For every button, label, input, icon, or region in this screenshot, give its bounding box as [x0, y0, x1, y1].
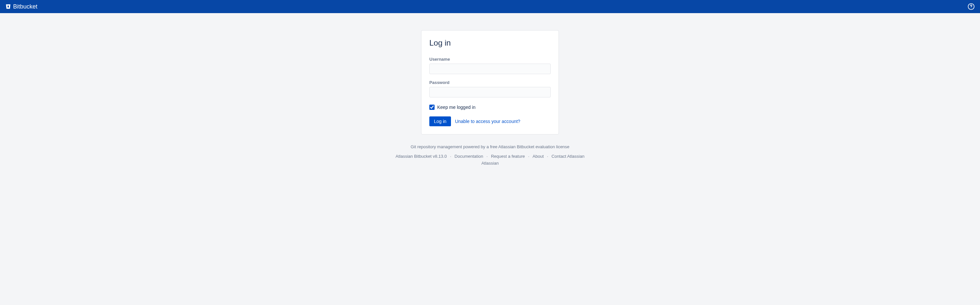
- bitbucket-icon: [5, 3, 11, 10]
- product-name: Bitbucket: [13, 3, 37, 10]
- username-input[interactable]: [430, 64, 550, 74]
- footer-separator: ·: [487, 154, 488, 159]
- footer-about-link[interactable]: About: [533, 154, 544, 159]
- footer-separator: ·: [450, 154, 451, 159]
- footer-request-feature-link[interactable]: Request a feature: [491, 154, 525, 159]
- password-label: Password: [430, 80, 550, 85]
- global-header: Bitbucket: [0, 0, 980, 13]
- footer-separator: ·: [528, 154, 529, 159]
- keep-logged-in-row: Keep me logged in: [430, 105, 550, 110]
- footer-contact-link[interactable]: Contact Atlassian: [551, 154, 584, 159]
- footer-second-row: Atlassian: [396, 161, 584, 165]
- footer-documentation-link[interactable]: Documentation: [455, 154, 483, 159]
- footer-separator: ·: [547, 154, 548, 159]
- footer-version: Atlassian Bitbucket v8.13.0: [396, 154, 447, 159]
- keep-logged-in-label[interactable]: Keep me logged in: [437, 105, 476, 110]
- footer-links-row: Atlassian Bitbucket v8.13.0 · Documentat…: [396, 154, 584, 159]
- login-button[interactable]: Log in: [430, 116, 451, 126]
- password-input[interactable]: [430, 87, 550, 97]
- svg-point-1: [971, 8, 971, 8]
- keep-logged-in-checkbox[interactable]: [430, 105, 434, 110]
- username-label: Username: [430, 57, 550, 62]
- login-title: Log in: [430, 38, 550, 48]
- unable-access-link[interactable]: Unable to access your account?: [455, 119, 520, 124]
- login-actions: Log in Unable to access your account?: [430, 116, 550, 126]
- footer: Git repository management powered by a f…: [396, 144, 584, 165]
- main-content: Log in Username Password Keep me logged …: [0, 13, 980, 165]
- product-logo[interactable]: Bitbucket: [5, 3, 37, 10]
- footer-atlassian-link[interactable]: Atlassian: [482, 161, 499, 165]
- login-card: Log in Username Password Keep me logged …: [421, 30, 559, 135]
- footer-tagline: Git repository management powered by a f…: [396, 144, 584, 149]
- help-icon[interactable]: [967, 3, 975, 10]
